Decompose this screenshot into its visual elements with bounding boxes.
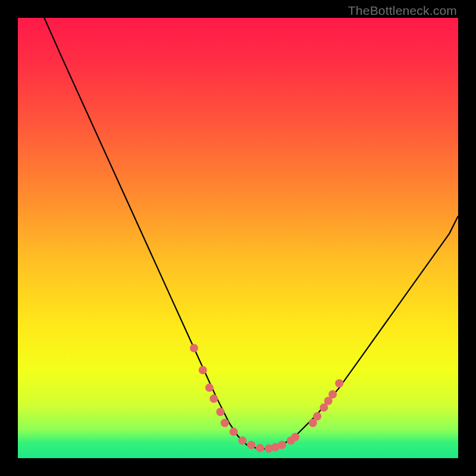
bottleneck-chart xyxy=(18,18,458,458)
chart-background xyxy=(18,18,458,458)
data-marker xyxy=(291,433,299,441)
watermark-text: TheBottleneck.com xyxy=(348,4,457,18)
data-marker xyxy=(278,441,286,449)
data-marker xyxy=(256,444,264,452)
data-marker xyxy=(238,436,246,444)
data-marker xyxy=(199,366,207,374)
data-marker xyxy=(190,344,198,352)
data-marker xyxy=(335,379,343,387)
data-marker xyxy=(216,408,224,416)
data-marker xyxy=(221,419,229,427)
data-marker xyxy=(209,394,218,403)
chart-frame xyxy=(18,18,458,458)
data-marker xyxy=(328,390,337,399)
data-marker xyxy=(313,412,321,421)
data-marker xyxy=(230,428,238,436)
data-marker xyxy=(247,441,255,449)
data-marker xyxy=(205,384,214,392)
